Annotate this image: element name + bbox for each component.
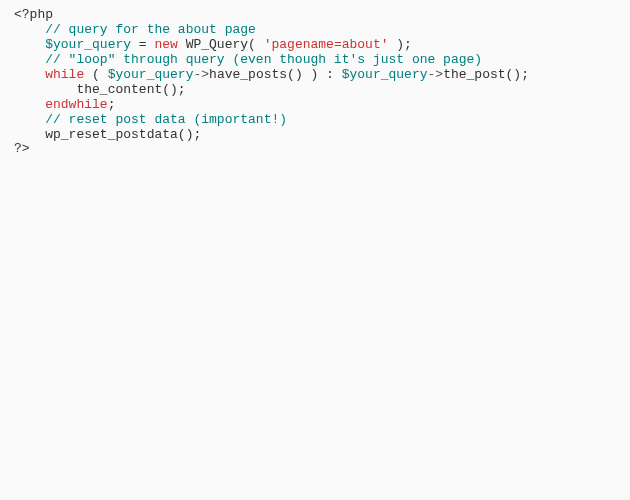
indent <box>14 67 45 82</box>
comment-reset: // reset post data (important!) <box>45 112 287 127</box>
indent <box>14 52 45 67</box>
keyword-new: new <box>154 37 177 52</box>
assign-op: = <box>131 37 154 52</box>
indent <box>14 97 45 112</box>
keyword-endwhile: endwhile <box>45 97 107 112</box>
method-have-posts: have_posts() ) : <box>209 67 342 82</box>
open-paren: ( <box>84 67 107 82</box>
code-block: <?php // query for the about page $your_… <box>14 8 616 157</box>
class-wp-query: WP_Query( <box>178 37 264 52</box>
close-paren: ); <box>389 37 412 52</box>
method-the-post: the_post(); <box>443 67 529 82</box>
semicolon: ; <box>108 97 116 112</box>
comment-loop: // "loop" through query (even though it'… <box>45 52 482 67</box>
keyword-while: while <box>45 67 84 82</box>
comment-query: // query for the about page <box>45 22 256 37</box>
indent <box>14 82 76 97</box>
indent <box>14 112 45 127</box>
variable-your-query-3: $your_query <box>342 67 428 82</box>
indent <box>14 127 45 142</box>
php-close-tag: ?> <box>14 141 30 156</box>
string-pagename: 'pagename=about' <box>264 37 389 52</box>
indent <box>14 37 45 52</box>
function-the-content: the_content(); <box>76 82 185 97</box>
indent <box>14 22 45 37</box>
variable-your-query-2: $your_query <box>108 67 194 82</box>
arrow-op: -> <box>193 67 209 82</box>
function-wp-reset-postdata: wp_reset_postdata(); <box>45 127 201 142</box>
arrow-op-2: -> <box>428 67 444 82</box>
php-open-tag: <?php <box>14 7 53 22</box>
variable-your-query: $your_query <box>45 37 131 52</box>
